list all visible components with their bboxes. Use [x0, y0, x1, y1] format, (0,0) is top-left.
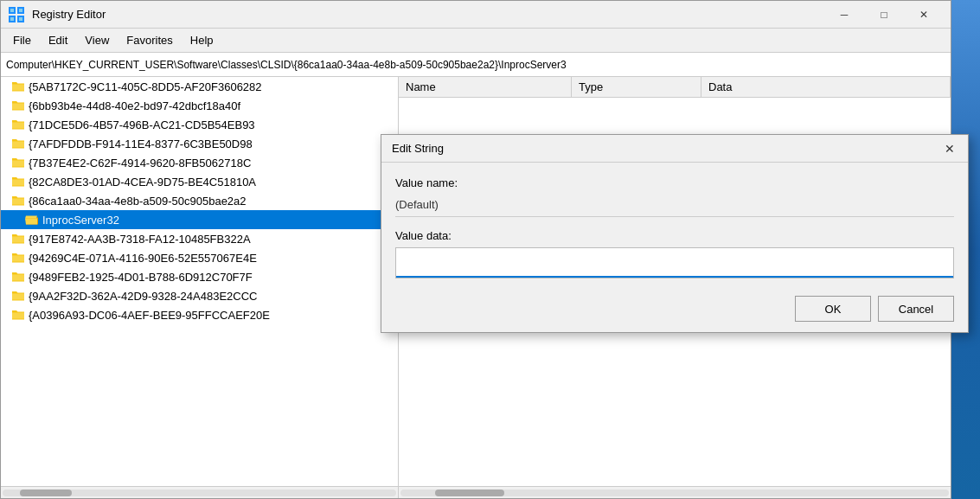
list-item[interactable]: {86ca1aa0-34aa-4e8b-a509-50c905bae2a2: [1, 191, 398, 210]
menu-help[interactable]: Help: [182, 30, 222, 50]
dialog-content: Value name: (Default) Value data: OK Can…: [381, 163, 968, 332]
folder-icon: [11, 80, 25, 93]
minimize-button[interactable]: ─: [824, 1, 864, 29]
window-controls: ─ □ ✕: [824, 1, 944, 29]
tree-scrollbar[interactable]: [1, 487, 399, 498]
folder-icon: [11, 118, 25, 131]
scrollbar-track-right: [400, 489, 949, 496]
value-name-label: Value name:: [395, 176, 954, 189]
cancel-button[interactable]: Cancel: [878, 296, 954, 322]
dialog-close-button[interactable]: ✕: [938, 138, 961, 160]
address-bar[interactable]: Computer\HKEY_CURRENT_USER\Software\Clas…: [1, 53, 951, 77]
menu-edit[interactable]: Edit: [40, 30, 76, 50]
edit-string-dialog: Edit String ✕ Value name: (Default) Valu…: [381, 134, 969, 333]
list-item[interactable]: {82CA8DE3-01AD-4CEA-9D75-BE4C51810A: [1, 172, 398, 191]
menu-file[interactable]: File: [4, 30, 40, 50]
menu-bar: File Edit View Favorites Help: [1, 29, 951, 53]
dialog-title: Edit String: [392, 142, 444, 155]
column-header-data[interactable]: Data: [701, 77, 951, 97]
close-button[interactable]: ✕: [904, 1, 944, 29]
address-text: Computer\HKEY_CURRENT_USER\Software\Clas…: [6, 59, 567, 71]
tree-item-inprocserver32[interactable]: InprocServer32: [1, 210, 398, 229]
registry-editor-icon: [8, 6, 25, 23]
folder-icon: [11, 156, 25, 170]
menu-favorites[interactable]: Favorites: [118, 30, 181, 50]
column-headers: Name Type Data: [399, 77, 951, 98]
folder-open-icon: [25, 213, 39, 227]
dialog-title-bar: Edit String ✕: [381, 135, 968, 163]
folder-icon: [11, 308, 25, 322]
dialog-buttons: OK Cancel: [395, 292, 954, 322]
folder-icon: [11, 99, 25, 112]
list-item[interactable]: {7B37E4E2-C62F-4914-9620-8FB5062718C: [1, 153, 398, 172]
list-item[interactable]: {A0396A93-DC06-4AEF-BEE9-95FFCCAEF20E: [1, 305, 398, 324]
list-item[interactable]: {71DCE5D6-4B57-496B-AC21-CD5B54EB93: [1, 115, 398, 134]
right-scrollbar[interactable]: [399, 487, 951, 498]
scrollbar-thumb-right[interactable]: [435, 489, 504, 496]
column-header-type[interactable]: Type: [572, 77, 701, 97]
folder-icon: [11, 270, 25, 284]
svg-rect-4: [10, 9, 14, 12]
value-data-input[interactable]: [396, 248, 953, 278]
title-bar: Registry Editor ─ □ ✕: [1, 1, 951, 29]
ok-button[interactable]: OK: [795, 296, 871, 322]
list-item[interactable]: {917E8742-AA3B-7318-FA12-10485FB322A: [1, 229, 398, 248]
list-item[interactable]: {94269C4E-071A-4116-90E6-52E557067E4E: [1, 248, 398, 267]
folder-icon: [11, 137, 25, 150]
scrollbar-track: [3, 489, 396, 496]
folder-icon: [11, 232, 25, 246]
list-item[interactable]: {9489FEB2-1925-4D01-B788-6D912C70F7F: [1, 267, 398, 286]
svg-rect-5: [19, 9, 22, 12]
scrollbar-thumb[interactable]: [20, 489, 72, 496]
column-header-name[interactable]: Name: [399, 77, 572, 97]
value-data-label: Value data:: [395, 229, 954, 242]
folder-icon: [11, 289, 25, 303]
list-item[interactable]: {7AFDFDDB-F914-11E4-8377-6C3BE50D98: [1, 134, 398, 153]
list-item[interactable]: {5AB7172C-9C11-405C-8DD5-AF20F3606282: [1, 77, 398, 96]
list-item[interactable]: {6bb93b4e-44d8-40e2-bd97-42dbcf18a40f: [1, 96, 398, 115]
list-item[interactable]: {9AA2F32D-362A-42D9-9328-24A483E2CCC: [1, 286, 398, 305]
folder-icon: [11, 175, 25, 189]
value-name-value: (Default): [395, 195, 954, 217]
scrollbar-area: [1, 486, 951, 498]
window-title: Registry Editor: [32, 8, 824, 21]
folder-icon: [11, 194, 25, 208]
svg-rect-6: [10, 17, 14, 21]
tree-pane[interactable]: {5AB7172C-9C11-405C-8DD5-AF20F3606282 {6…: [1, 77, 399, 486]
svg-rect-7: [19, 17, 22, 21]
folder-icon: [11, 251, 25, 265]
menu-view[interactable]: View: [76, 30, 118, 50]
maximize-button[interactable]: □: [864, 1, 904, 29]
value-data-input-wrapper: [395, 247, 954, 278]
